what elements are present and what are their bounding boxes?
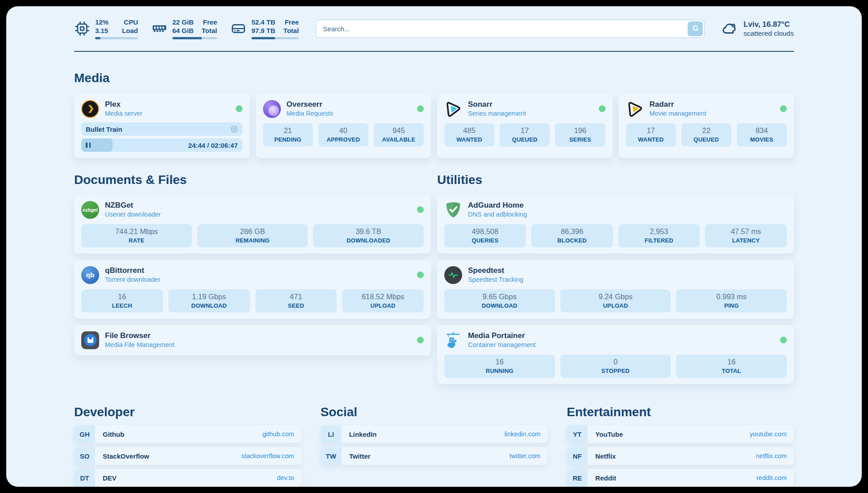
app-subtitle: Usenet downloader — [105, 210, 161, 219]
stat-value: 485 — [445, 126, 493, 135]
app-card-overseerr[interactable]: Overseerr Media Requests 21 PENDING 40 A… — [256, 94, 431, 158]
link-tag: NF — [567, 447, 588, 465]
stat-value: 39.6 TB — [314, 227, 423, 236]
link-tag: DT — [74, 469, 95, 487]
app-name: File Browser — [105, 331, 175, 340]
speedtest-titles: Speedtest Speedtest Tracking — [468, 266, 523, 284]
app-subtitle: Media server — [105, 109, 142, 118]
search-input[interactable] — [316, 20, 705, 38]
app-card-adguard[interactable]: AdGuard Home DNS and adblocking 498,508 … — [437, 195, 794, 254]
status-dot — [417, 272, 424, 278]
link-url[interactable]: github.com — [263, 430, 294, 438]
overseerr-header: Overseerr Media Requests — [263, 100, 424, 118]
app-card-filebrowser[interactable]: File Browser Media File Management — [74, 325, 431, 355]
disk-progress-fill — [251, 37, 275, 39]
app-subtitle: Movie management — [650, 109, 706, 118]
link-url[interactable]: netflix.com — [756, 452, 787, 460]
player-time: 24:44 / 02:06:47 — [188, 142, 238, 149]
stat-value: 498,508 — [445, 227, 525, 236]
player-progress[interactable] — [81, 138, 113, 152]
stat-tile: 22 QUEUED — [681, 123, 731, 146]
stat-value: 744.21 Mbps — [82, 227, 191, 236]
app-card-portainer[interactable]: Media Portainer Container management 16 … — [437, 325, 794, 384]
stat-value: 40 — [319, 126, 367, 135]
app-card-radarr[interactable]: Radarr Movie management 17 WANTED 22 QUE… — [619, 94, 794, 158]
cpu-label: CPU — [122, 18, 138, 26]
stat-tile: 9.65 Gbps DOWNLOAD — [444, 289, 555, 313]
app-card-speedtest[interactable]: Speedtest Speedtest Tracking 9.65 Gbps D… — [437, 260, 794, 319]
link-tag: RE — [567, 469, 588, 487]
developer-section: Developer GH Github github.com SO StackO… — [74, 405, 301, 487]
plex-now-playing-row: Bullet Train — [81, 122, 242, 136]
stat-tile: 9.24 Gbps UPLOAD — [560, 289, 671, 313]
nzbget-icon-text: nzbget — [83, 207, 98, 213]
cpu-load-label: Load — [122, 26, 138, 35]
app-name: Radarr — [650, 100, 706, 109]
app-name: Sonarr — [468, 100, 526, 109]
overseerr-eye — [268, 105, 279, 116]
header-divider — [74, 51, 794, 52]
status-dot — [417, 337, 424, 343]
disk-stat: 52.4 TB 97.9 TB Free Total — [230, 18, 299, 39]
radarr-titles: Radarr Movie management — [650, 100, 706, 118]
filebrowser-header: File Browser Media File Management — [81, 331, 424, 349]
weather-location-temp: Lviv, 16.87°C — [743, 20, 794, 29]
app-card-qbittorrent[interactable]: qb qBittorrent Torrent downloader 16 LEE… — [74, 260, 431, 319]
link-url[interactable]: youtube.com — [750, 430, 787, 438]
link-row-netflix[interactable]: NF Netflix netflix.com — [567, 447, 794, 465]
link-name: Github — [103, 430, 124, 438]
stat-value: 16 — [677, 357, 786, 367]
ram-free-value: 22 GiB — [172, 18, 194, 26]
ram-total-label: Total — [202, 26, 217, 35]
nzbget-header: nzbget NZBGet Usenet downloader — [81, 201, 424, 219]
now-playing-title: Bullet Train — [86, 125, 122, 133]
link-url[interactable]: dev.to — [277, 474, 294, 481]
stat-value: 16 — [445, 357, 554, 367]
app-name: Media Portainer — [468, 331, 536, 340]
documents-column: Documents & Files nzbget NZBGet Usenet d… — [74, 172, 431, 384]
app-card-plex[interactable]: Plex Media server Bullet Train 24:44 / 0… — [74, 94, 250, 158]
portainer-header: Media Portainer Container management — [444, 331, 787, 349]
search-bar: G — [316, 20, 705, 38]
stat-label: RATE — [82, 237, 191, 244]
link-row-github[interactable]: GH Github github.com — [74, 425, 301, 443]
overseerr-stats: 21 PENDING 40 APPROVED 945 AVAILABLE — [263, 123, 424, 146]
stat-tile: 47.57 ms LATENCY — [705, 224, 787, 247]
link-url[interactable]: reddit.com — [756, 474, 787, 481]
stat-tile: 945 AVAILABLE — [374, 123, 424, 146]
link-row-youtube[interactable]: YT YouTube youtube.com — [567, 425, 794, 443]
app-card-sonarr[interactable]: Sonarr Series management 485 WANTED 17 Q… — [437, 94, 613, 158]
stat-tile: 1.19 Gbps DOWNLOAD — [168, 289, 250, 313]
search-engine-button[interactable]: G — [688, 21, 703, 36]
section-title-documents: Documents & Files — [74, 172, 431, 188]
status-dot — [780, 105, 787, 112]
stat-value: 17 — [627, 126, 675, 135]
app-name: qBittorrent — [105, 266, 160, 275]
app-name: Plex — [105, 100, 142, 109]
system-stats: 12% 3.15 CPU Load — [74, 18, 299, 39]
overseerr-titles: Overseerr Media Requests — [287, 100, 334, 118]
radarr-icon — [626, 100, 644, 118]
link-row-dev[interactable]: DT DEV dev.to — [74, 469, 301, 487]
link-url[interactable]: stackoverflow.com — [241, 452, 294, 460]
link-url[interactable]: linkedin.com — [505, 430, 541, 438]
app-subtitle: Media Requests — [287, 109, 334, 118]
adguard-header: AdGuard Home DNS and adblocking — [444, 201, 787, 219]
session-settings-icon[interactable] — [230, 125, 238, 133]
link-url[interactable]: twitter.com — [509, 452, 540, 460]
stat-label: DOWNLOAD — [169, 302, 249, 309]
disk-total-value: 97.9 TB — [251, 26, 275, 35]
qbittorrent-icon: qb — [81, 266, 99, 284]
link-row-reddit[interactable]: RE Reddit reddit.com — [567, 469, 794, 487]
stat-value: 17 — [501, 126, 549, 135]
cpu-icon — [74, 21, 90, 37]
sonarr-icon — [444, 100, 462, 118]
link-row-stackoverflow[interactable]: SO StackOverflow stackoverflow.com — [74, 447, 301, 465]
app-card-nzbget[interactable]: nzbget NZBGet Usenet downloader 744.21 M… — [74, 195, 431, 254]
stat-label: QUEUED — [682, 136, 730, 143]
link-row-linkedin[interactable]: LI LinkedIn linkedin.com — [321, 425, 548, 443]
link-tag: YT — [567, 425, 588, 443]
adguard-stats: 498,508 QUERIES 86,396 BLOCKED 2,953 FIL… — [444, 224, 787, 247]
link-row-twitter[interactable]: TW Twitter twitter.com — [321, 447, 548, 465]
stat-value: 1.19 Gbps — [169, 292, 249, 301]
